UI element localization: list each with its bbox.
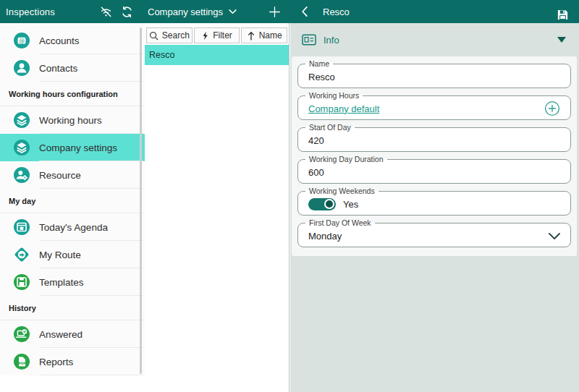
search-icon bbox=[149, 31, 159, 41]
working-hours-field-label: Working Hours bbox=[305, 91, 363, 100]
entity-selector[interactable]: Company settings bbox=[148, 7, 237, 17]
sidebar-item-my-route[interactable]: My Route bbox=[0, 241, 145, 268]
chevron-left-icon bbox=[302, 7, 308, 17]
sidebar: @ Accounts Contacts Working hours config… bbox=[0, 23, 145, 375]
working-weekends-field[interactable]: Working Weekends Yes bbox=[297, 191, 571, 216]
detail-title: Resco bbox=[323, 7, 350, 17]
sidebar-item-answered[interactable]: Answered bbox=[0, 320, 145, 348]
name-field-value: Resco bbox=[308, 72, 335, 82]
accounts-icon: @ bbox=[13, 32, 30, 49]
info-form: Name Resco Working Hours Company default… bbox=[292, 56, 577, 256]
sync-icon[interactable] bbox=[117, 2, 136, 21]
filter-label: Filter bbox=[213, 30, 232, 41]
sidebar-section-history: History bbox=[0, 296, 145, 320]
record-list: Resco bbox=[145, 45, 289, 65]
working-hours-field[interactable]: Working Hours Company default bbox=[297, 95, 571, 120]
detail-panel: Info Name Resco Working Hours Company de… bbox=[290, 23, 579, 392]
sidebar-item-label: Templates bbox=[39, 277, 84, 288]
info-section-header[interactable]: Info bbox=[290, 23, 579, 56]
first-day-of-week-field[interactable]: First Day Of Week Monday bbox=[297, 223, 571, 247]
layers-icon bbox=[13, 139, 30, 156]
sidebar-list: @ Accounts Contacts Working hours config… bbox=[0, 23, 145, 375]
sidebar-item-templates[interactable]: Templates bbox=[0, 268, 145, 296]
sidebar-section-my-day: My day bbox=[0, 189, 145, 213]
start-of-day-field-label: Start Of Day bbox=[305, 123, 355, 132]
add-working-hours-button[interactable] bbox=[544, 101, 560, 116]
sort-button[interactable]: Name bbox=[241, 27, 287, 43]
working-day-duration-field-value: 600 bbox=[308, 167, 324, 178]
filter-lightning-icon bbox=[201, 31, 209, 41]
start-of-day-field[interactable]: Start Of Day 420 bbox=[297, 127, 571, 152]
offline-icon bbox=[96, 2, 115, 21]
topbar-left: Inspections bbox=[0, 0, 145, 23]
plus-icon bbox=[269, 6, 281, 18]
working-weekends-value: Yes bbox=[343, 199, 358, 210]
select-chevron-icon[interactable] bbox=[549, 233, 560, 239]
sort-ascending-icon bbox=[247, 31, 255, 41]
name-field[interactable]: Name Resco bbox=[297, 64, 571, 88]
template-icon bbox=[13, 273, 30, 291]
sidebar-section-working-hours-configuration: Working hours configuration bbox=[0, 82, 145, 106]
sidebar-item-label: My Route bbox=[39, 250, 81, 260]
pdf-report-icon: PDF bbox=[13, 353, 30, 370]
chevron-down-icon bbox=[229, 9, 237, 14]
first-day-of-week-value: Monday bbox=[308, 231, 342, 242]
layers-icon bbox=[13, 111, 30, 129]
sidebar-item-label: Contacts bbox=[39, 63, 77, 74]
first-day-of-week-field-label: First Day Of Week bbox=[305, 218, 375, 227]
start-of-day-field-value: 420 bbox=[308, 135, 324, 146]
svg-text:PDF: PDF bbox=[18, 362, 25, 365]
list-toolbar: Search Filter Name bbox=[146, 27, 287, 43]
calendar-icon bbox=[13, 218, 30, 236]
sidebar-item-reports[interactable]: PDF Reports bbox=[0, 348, 145, 375]
app-window: Inspections Company se bbox=[0, 0, 579, 392]
sort-label: Name bbox=[259, 30, 282, 41]
collapse-triangle-icon[interactable] bbox=[557, 37, 566, 43]
working-day-duration-field[interactable]: Working Day Duration 600 bbox=[297, 159, 571, 184]
entity-selector-label: Company settings bbox=[148, 7, 223, 17]
search-label: Search bbox=[162, 30, 190, 41]
sidebar-item-label: Resource bbox=[39, 170, 81, 181]
sidebar-item-todays-agenda[interactable]: Today's Agenda bbox=[0, 213, 145, 241]
toggle-knob bbox=[324, 199, 334, 209]
plus-circle-icon bbox=[544, 101, 560, 116]
sidebar-item-label: Reports bbox=[39, 357, 73, 367]
app-title: Inspections bbox=[6, 7, 55, 17]
sidebar-item-resource[interactable]: Resource bbox=[0, 161, 145, 189]
answered-icon bbox=[13, 325, 30, 343]
resource-icon bbox=[13, 166, 30, 184]
sidebar-item-working-hours[interactable]: Working hours bbox=[0, 106, 145, 134]
working-weekends-toggle[interactable] bbox=[308, 198, 336, 210]
topbar-right: Resco bbox=[290, 0, 579, 23]
filter-button[interactable]: Filter bbox=[194, 27, 240, 43]
working-day-duration-field-label: Working Day Duration bbox=[305, 155, 387, 163]
add-record-button[interactable] bbox=[265, 2, 284, 21]
info-form-icon bbox=[302, 34, 316, 46]
contacts-icon bbox=[13, 59, 30, 77]
sidebar-item-company-settings[interactable]: Company settings bbox=[0, 134, 145, 161]
route-icon bbox=[13, 246, 30, 263]
back-button[interactable] bbox=[295, 2, 314, 21]
info-section-title: Info bbox=[324, 35, 339, 46]
name-field-label: Name bbox=[305, 59, 333, 68]
sidebar-item-label: Company settings bbox=[39, 142, 117, 153]
list-item-resco[interactable]: Resco bbox=[145, 45, 289, 65]
working-hours-link[interactable]: Company default bbox=[308, 103, 379, 114]
save-icon bbox=[557, 9, 569, 21]
working-weekends-field-label: Working Weekends bbox=[305, 187, 379, 195]
save-button[interactable] bbox=[553, 5, 572, 24]
sidebar-item-label: Working hours bbox=[39, 115, 102, 126]
sidebar-item-accounts[interactable]: @ Accounts bbox=[0, 27, 145, 54]
sidebar-scrollbar[interactable] bbox=[140, 27, 142, 374]
sidebar-item-label: Answered bbox=[39, 329, 83, 340]
sidebar-item-label: Accounts bbox=[39, 35, 80, 46]
sidebar-item-label: Today's Agenda bbox=[39, 222, 108, 233]
search-button[interactable]: Search bbox=[146, 27, 193, 43]
topbar-middle: Company settings bbox=[145, 0, 290, 23]
record-list-panel: Search Filter Name Resco bbox=[145, 23, 290, 392]
svg-text:@: @ bbox=[19, 38, 25, 44]
sidebar-item-contacts[interactable]: Contacts bbox=[0, 54, 145, 82]
topbar: Inspections Company se bbox=[0, 0, 579, 23]
